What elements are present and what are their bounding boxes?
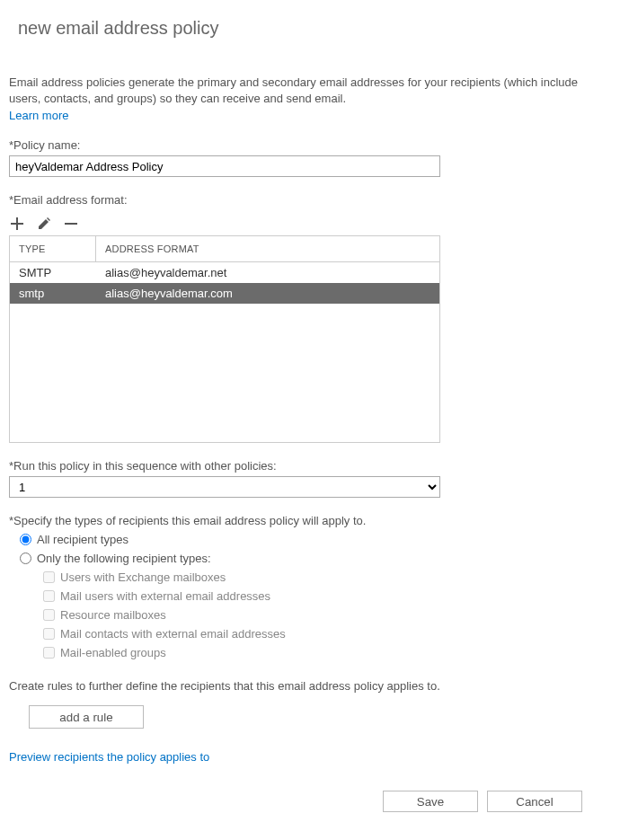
cell-format: alias@heyvaldemar.com <box>96 283 439 304</box>
recipients-label: *Specify the types of recipients this em… <box>9 514 611 527</box>
edit-icon[interactable] <box>36 216 52 232</box>
cell-type: SMTP <box>10 262 96 283</box>
cancel-button[interactable]: Cancel <box>487 791 582 812</box>
radio-all-label: All recipient types <box>37 533 128 546</box>
col-header-format: ADDRESS FORMAT <box>96 236 439 261</box>
radio-only[interactable] <box>20 553 31 564</box>
check-resource[interactable] <box>43 609 55 621</box>
check-mailusers-label: Mail users with external email addresses <box>60 589 270 603</box>
check-exchange[interactable] <box>43 571 55 583</box>
sequence-select[interactable]: 1 <box>9 476 440 498</box>
check-mailusers[interactable] <box>43 590 55 602</box>
radio-only-label: Only the following recipient types: <box>37 552 211 565</box>
save-button[interactable]: Save <box>383 791 478 812</box>
check-groups-label: Mail-enabled groups <box>60 646 166 659</box>
learn-more-link[interactable]: Learn more <box>9 109 68 122</box>
check-contacts[interactable] <box>43 628 55 640</box>
check-groups[interactable] <box>43 647 55 659</box>
sequence-label: *Run this policy in this sequence with o… <box>9 459 611 473</box>
rules-intro: Create rules to further define the recip… <box>9 679 611 693</box>
table-row[interactable]: smtpalias@heyvaldemar.com <box>10 283 439 304</box>
check-resource-label: Resource mailboxes <box>60 608 166 622</box>
check-exchange-label: Users with Exchange mailboxes <box>60 570 226 584</box>
table-row[interactable]: SMTPalias@heyvaldemar.net <box>10 262 439 283</box>
intro-text: Email address policies generate the prim… <box>9 75 611 107</box>
cell-type: smtp <box>10 283 96 304</box>
format-label: *Email address format: <box>9 193 611 207</box>
remove-icon[interactable] <box>63 216 79 232</box>
cell-format: alias@heyvaldemar.net <box>96 262 439 283</box>
preview-link[interactable]: Preview recipients the policy applies to <box>9 750 209 764</box>
add-rule-button[interactable]: add a rule <box>29 705 144 729</box>
add-icon[interactable] <box>9 216 25 232</box>
page-title: new email address policy <box>18 18 611 39</box>
col-header-type: TYPE <box>10 236 96 261</box>
svg-rect-0 <box>65 223 77 225</box>
policy-name-input[interactable] <box>9 155 440 177</box>
radio-all[interactable] <box>20 534 31 545</box>
policy-name-label: *Policy name: <box>9 138 611 152</box>
check-contacts-label: Mail contacts with external email addres… <box>60 627 286 641</box>
format-table: TYPE ADDRESS FORMAT SMTPalias@heyvaldema… <box>9 235 440 443</box>
